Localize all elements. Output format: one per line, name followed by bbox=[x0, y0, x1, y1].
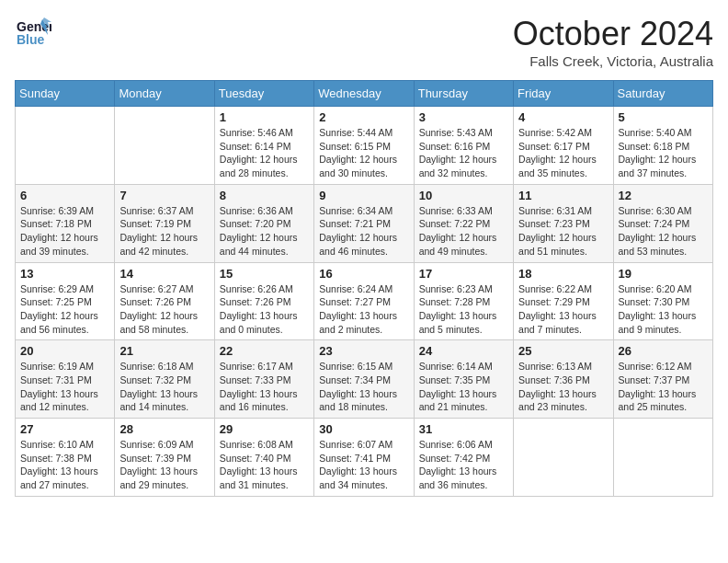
title-block: October 2024 Falls Creek, Victoria, Aust… bbox=[513, 15, 713, 69]
calendar-cell: 26Sunrise: 6:12 AM Sunset: 7:37 PM Dayli… bbox=[613, 340, 712, 419]
weekday-header-monday: Monday bbox=[115, 81, 214, 107]
calendar-cell: 12Sunrise: 6:30 AM Sunset: 7:24 PM Dayli… bbox=[613, 184, 712, 262]
day-info: Sunrise: 6:26 AM Sunset: 7:26 PM Dayligh… bbox=[220, 282, 309, 337]
calendar-week-3: 13Sunrise: 6:29 AM Sunset: 7:25 PM Dayli… bbox=[16, 262, 713, 340]
calendar-cell: 30Sunrise: 6:07 AM Sunset: 7:41 PM Dayli… bbox=[314, 419, 414, 497]
day-info: Sunrise: 6:18 AM Sunset: 7:32 PM Dayligh… bbox=[119, 360, 209, 414]
day-info: Sunrise: 6:10 AM Sunset: 7:38 PM Dayligh… bbox=[20, 438, 109, 492]
calendar-cell: 10Sunrise: 6:33 AM Sunset: 7:22 PM Dayli… bbox=[414, 184, 513, 262]
calendar-cell: 20Sunrise: 6:19 AM Sunset: 7:31 PM Dayli… bbox=[16, 340, 115, 419]
calendar-cell: 8Sunrise: 6:36 AM Sunset: 7:20 PM Daylig… bbox=[214, 184, 313, 262]
day-number: 4 bbox=[518, 110, 608, 124]
weekday-header-sunday: Sunday bbox=[16, 81, 115, 107]
day-number: 31 bbox=[419, 422, 508, 436]
calendar-cell bbox=[514, 419, 613, 497]
day-number: 18 bbox=[518, 267, 608, 281]
day-number: 26 bbox=[619, 344, 708, 358]
page-header: General Blue October 2024 Falls Creek, V… bbox=[15, 15, 713, 69]
day-info: Sunrise: 5:40 AM Sunset: 6:18 PM Dayligh… bbox=[619, 126, 708, 180]
weekday-header-tuesday: Tuesday bbox=[214, 81, 313, 107]
day-number: 24 bbox=[419, 344, 508, 358]
day-info: Sunrise: 6:08 AM Sunset: 7:40 PM Dayligh… bbox=[220, 438, 309, 492]
calendar-table: SundayMondayTuesdayWednesdayThursdayFrid… bbox=[15, 80, 713, 497]
day-number: 29 bbox=[220, 422, 309, 436]
day-info: Sunrise: 6:33 AM Sunset: 7:22 PM Dayligh… bbox=[419, 204, 508, 259]
calendar-body: 1Sunrise: 5:46 AM Sunset: 6:14 PM Daylig… bbox=[16, 107, 713, 497]
calendar-cell: 22Sunrise: 6:17 AM Sunset: 7:33 PM Dayli… bbox=[214, 340, 313, 419]
day-number: 16 bbox=[319, 267, 408, 281]
day-number: 30 bbox=[319, 422, 408, 436]
weekday-header-thursday: Thursday bbox=[414, 81, 513, 107]
calendar-cell: 3Sunrise: 5:43 AM Sunset: 6:16 PM Daylig… bbox=[414, 107, 513, 185]
calendar-cell: 16Sunrise: 6:24 AM Sunset: 7:27 PM Dayli… bbox=[314, 262, 414, 340]
calendar-cell: 24Sunrise: 6:14 AM Sunset: 7:35 PM Dayli… bbox=[414, 340, 513, 419]
day-number: 17 bbox=[419, 267, 508, 281]
day-info: Sunrise: 6:20 AM Sunset: 7:30 PM Dayligh… bbox=[619, 282, 708, 337]
calendar-cell: 18Sunrise: 6:22 AM Sunset: 7:29 PM Dayli… bbox=[514, 262, 613, 340]
day-info: Sunrise: 5:42 AM Sunset: 6:17 PM Dayligh… bbox=[518, 126, 608, 180]
calendar-cell: 19Sunrise: 6:20 AM Sunset: 7:30 PM Dayli… bbox=[613, 262, 712, 340]
day-info: Sunrise: 5:44 AM Sunset: 6:15 PM Dayligh… bbox=[319, 126, 408, 180]
calendar-cell: 27Sunrise: 6:10 AM Sunset: 7:38 PM Dayli… bbox=[16, 419, 115, 497]
calendar-cell: 5Sunrise: 5:40 AM Sunset: 6:18 PM Daylig… bbox=[613, 107, 712, 185]
calendar-cell: 25Sunrise: 6:13 AM Sunset: 7:36 PM Dayli… bbox=[514, 340, 613, 419]
day-number: 6 bbox=[20, 189, 109, 202]
day-info: Sunrise: 6:36 AM Sunset: 7:20 PM Dayligh… bbox=[220, 204, 309, 259]
day-info: Sunrise: 6:24 AM Sunset: 7:27 PM Dayligh… bbox=[319, 282, 408, 337]
day-number: 20 bbox=[20, 344, 109, 358]
calendar-week-4: 20Sunrise: 6:19 AM Sunset: 7:31 PM Dayli… bbox=[16, 340, 713, 419]
day-info: Sunrise: 5:43 AM Sunset: 6:16 PM Dayligh… bbox=[419, 126, 508, 180]
month-title: October 2024 bbox=[513, 15, 713, 53]
calendar-cell: 4Sunrise: 5:42 AM Sunset: 6:17 PM Daylig… bbox=[514, 107, 613, 185]
calendar-cell: 2Sunrise: 5:44 AM Sunset: 6:15 PM Daylig… bbox=[314, 107, 414, 185]
day-number: 2 bbox=[319, 110, 408, 124]
location: Falls Creek, Victoria, Australia bbox=[513, 53, 713, 69]
calendar-cell: 1Sunrise: 5:46 AM Sunset: 6:14 PM Daylig… bbox=[214, 107, 313, 185]
day-number: 10 bbox=[419, 189, 508, 202]
day-info: Sunrise: 6:37 AM Sunset: 7:19 PM Dayligh… bbox=[119, 204, 209, 259]
calendar-cell: 31Sunrise: 6:06 AM Sunset: 7:42 PM Dayli… bbox=[414, 419, 513, 497]
calendar-cell: 23Sunrise: 6:15 AM Sunset: 7:34 PM Dayli… bbox=[314, 340, 414, 419]
calendar-cell bbox=[115, 107, 214, 185]
day-info: Sunrise: 6:12 AM Sunset: 7:37 PM Dayligh… bbox=[619, 360, 708, 414]
calendar-cell: 6Sunrise: 6:39 AM Sunset: 7:18 PM Daylig… bbox=[16, 184, 115, 262]
day-info: Sunrise: 6:30 AM Sunset: 7:24 PM Dayligh… bbox=[619, 204, 708, 259]
day-number: 11 bbox=[518, 189, 608, 202]
day-info: Sunrise: 6:14 AM Sunset: 7:35 PM Dayligh… bbox=[419, 360, 508, 414]
calendar-cell bbox=[16, 107, 115, 185]
day-info: Sunrise: 6:34 AM Sunset: 7:21 PM Dayligh… bbox=[319, 204, 408, 259]
logo-icon: General Blue bbox=[15, 15, 51, 52]
day-info: Sunrise: 6:19 AM Sunset: 7:31 PM Dayligh… bbox=[20, 360, 109, 414]
day-info: Sunrise: 6:22 AM Sunset: 7:29 PM Dayligh… bbox=[518, 282, 608, 337]
day-number: 13 bbox=[20, 267, 109, 281]
day-number: 3 bbox=[419, 110, 508, 124]
calendar-cell: 15Sunrise: 6:26 AM Sunset: 7:26 PM Dayli… bbox=[214, 262, 313, 340]
day-number: 27 bbox=[20, 422, 109, 436]
day-number: 22 bbox=[220, 344, 309, 358]
calendar-cell: 14Sunrise: 6:27 AM Sunset: 7:26 PM Dayli… bbox=[115, 262, 214, 340]
day-info: Sunrise: 6:15 AM Sunset: 7:34 PM Dayligh… bbox=[319, 360, 408, 414]
day-info: Sunrise: 6:39 AM Sunset: 7:18 PM Dayligh… bbox=[20, 204, 109, 259]
day-number: 25 bbox=[518, 344, 608, 358]
day-info: Sunrise: 6:06 AM Sunset: 7:42 PM Dayligh… bbox=[419, 438, 508, 492]
calendar-header-row: SundayMondayTuesdayWednesdayThursdayFrid… bbox=[16, 81, 713, 107]
calendar-cell: 21Sunrise: 6:18 AM Sunset: 7:32 PM Dayli… bbox=[115, 340, 214, 419]
calendar-cell: 28Sunrise: 6:09 AM Sunset: 7:39 PM Dayli… bbox=[115, 419, 214, 497]
calendar-cell: 29Sunrise: 6:08 AM Sunset: 7:40 PM Dayli… bbox=[214, 419, 313, 497]
day-number: 28 bbox=[119, 422, 209, 436]
day-info: Sunrise: 6:23 AM Sunset: 7:28 PM Dayligh… bbox=[419, 282, 508, 337]
day-number: 1 bbox=[220, 110, 309, 124]
calendar-cell: 17Sunrise: 6:23 AM Sunset: 7:28 PM Dayli… bbox=[414, 262, 513, 340]
day-info: Sunrise: 6:07 AM Sunset: 7:41 PM Dayligh… bbox=[319, 438, 408, 492]
calendar-week-2: 6Sunrise: 6:39 AM Sunset: 7:18 PM Daylig… bbox=[16, 184, 713, 262]
day-info: Sunrise: 6:13 AM Sunset: 7:36 PM Dayligh… bbox=[518, 360, 608, 414]
day-number: 8 bbox=[220, 189, 309, 202]
calendar-cell bbox=[613, 419, 712, 497]
day-info: Sunrise: 6:17 AM Sunset: 7:33 PM Dayligh… bbox=[220, 360, 309, 414]
day-info: Sunrise: 6:31 AM Sunset: 7:23 PM Dayligh… bbox=[518, 204, 608, 259]
calendar-week-5: 27Sunrise: 6:10 AM Sunset: 7:38 PM Dayli… bbox=[16, 419, 713, 497]
weekday-header-wednesday: Wednesday bbox=[314, 81, 414, 107]
day-number: 14 bbox=[119, 267, 209, 281]
day-number: 15 bbox=[220, 267, 309, 281]
weekday-header-saturday: Saturday bbox=[613, 81, 712, 107]
